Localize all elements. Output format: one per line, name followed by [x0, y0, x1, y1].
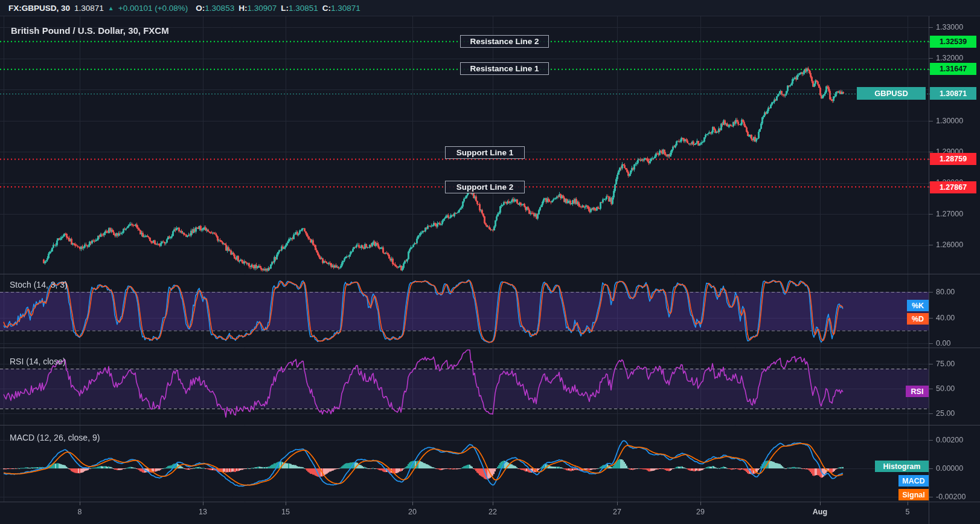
- macd-line-badge: MACD: [898, 475, 929, 487]
- symbol-price-flag: GBPUSD: [857, 87, 926, 100]
- time-axis-label: 8: [66, 508, 93, 516]
- resistance-line-1-text: Resistance Line 1: [470, 64, 539, 73]
- resistance-2-price-badge: 1.32539: [930, 36, 976, 48]
- price-axis-label: 1.30000: [936, 116, 963, 126]
- macd-scale-label: -0.00200: [936, 492, 966, 502]
- time-axis-label: 20: [399, 508, 426, 516]
- time-axis-label: 27: [604, 508, 630, 516]
- symbol-header: FX:GBPUSD, 30 1.30871 ▲ +0.00101 (+0.08%…: [0, 0, 980, 16]
- resistance-line-2-text: Resistance Line 2: [470, 37, 539, 46]
- high-label: H:: [239, 4, 247, 13]
- time-axis[interactable]: 8131520222729Aug5: [0, 502, 980, 524]
- chart-canvas[interactable]: [0, 0, 980, 524]
- last-price-value: 1.30871: [74, 4, 104, 13]
- time-axis-label: Aug: [807, 508, 833, 516]
- high-value: 1.30907: [247, 4, 277, 13]
- stoch-scale-label: 0.00: [936, 338, 950, 348]
- low-value: 1.30851: [289, 4, 318, 13]
- macd-legend-title[interactable]: MACD (12, 26, close, 9): [10, 433, 100, 442]
- support-line-2-text: Support Line 2: [456, 183, 514, 192]
- stoch-scale-label: 80.00: [936, 287, 955, 297]
- macd-scale-label: 0.00000: [936, 464, 963, 473]
- ohlc-open: O:1.30853: [196, 4, 234, 13]
- ohlc-high: H:1.30907: [239, 4, 277, 13]
- tradingview-chart-screen: FX:GBPUSD, 30 1.30871 ▲ +0.00101 (+0.08%…: [0, 0, 980, 524]
- support-line-1-text: Support Line 1: [456, 148, 514, 157]
- stoch-d-badge: %D: [907, 313, 929, 325]
- stoch-k-badge: %K: [907, 300, 929, 311]
- price-change-value: +0.00101 (+0.08%): [118, 4, 188, 13]
- ohlc-close: C:1.30871: [322, 4, 360, 13]
- price-axis-label: 1.32000: [936, 53, 963, 63]
- close-value: 1.30871: [331, 4, 360, 13]
- time-axis-label: 15: [272, 508, 299, 516]
- stoch-legend-title[interactable]: Stoch (14, 3, 3): [10, 280, 68, 289]
- resistance-line-1-label[interactable]: Resistance Line 1: [460, 62, 549, 75]
- macd-signal-badge: Signal: [898, 489, 929, 500]
- support-1-price-badge: 1.28759: [930, 153, 976, 165]
- time-axis-label: 5: [894, 508, 921, 516]
- ohlc-low: L:1.30851: [281, 4, 318, 13]
- symbol-title: FX:GBPUSD, 30: [8, 4, 70, 13]
- open-value: 1.30853: [205, 4, 234, 13]
- support-line-2-label[interactable]: Support Line 2: [445, 181, 525, 193]
- support-line-1-label[interactable]: Support Line 1: [445, 146, 525, 159]
- rsi-scale-label: 25.00: [936, 409, 955, 418]
- up-arrow-icon: ▲: [108, 5, 114, 11]
- price-axis-label: 1.26000: [936, 240, 963, 250]
- price-axis-label: 1.33000: [936, 22, 963, 32]
- rsi-scale-label: 50.00: [936, 384, 955, 393]
- rsi-legend-title[interactable]: RSI (14, close): [10, 357, 66, 366]
- support-2-price-badge: 1.27867: [930, 181, 976, 193]
- time-axis-label: 22: [479, 508, 506, 516]
- time-axis-label: 29: [687, 508, 714, 516]
- time-axis-label: 13: [190, 508, 216, 516]
- chart-legend-title[interactable]: British Pound / U.S. Dollar, 30, FXCM: [11, 25, 169, 36]
- rsi-scale-label: 75.00: [936, 359, 955, 369]
- macd-histogram-badge: Histogram: [875, 461, 929, 472]
- price-axis-label: 1.27000: [936, 209, 963, 219]
- resistance-line-2-label[interactable]: Resistance Line 2: [460, 35, 549, 48]
- last-price-badge: 1.30871: [930, 87, 976, 100]
- stoch-scale-label: 40.00: [936, 313, 955, 323]
- rsi-badge: RSI: [906, 386, 929, 397]
- low-label: L:: [281, 4, 289, 13]
- close-label: C:: [322, 4, 331, 13]
- open-label: O:: [196, 4, 205, 13]
- resistance-1-price-badge: 1.31647: [930, 63, 976, 75]
- macd-scale-label: 0.00200: [936, 435, 963, 445]
